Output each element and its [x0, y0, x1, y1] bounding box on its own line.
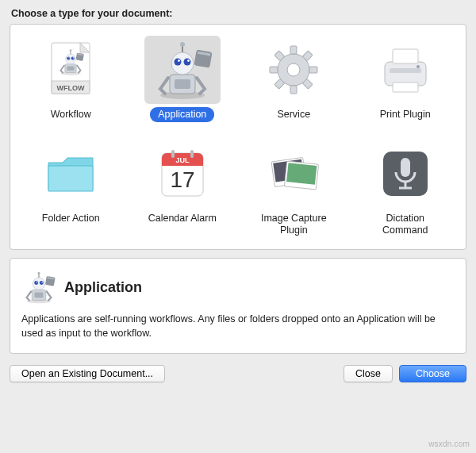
description-panel: Application Applications are self-runnin…: [10, 258, 466, 354]
image-capture-plugin-icon: [255, 140, 332, 208]
type-label: Service: [269, 107, 318, 122]
description-title: Application: [64, 279, 142, 296]
type-label: Dictation Command: [358, 211, 453, 238]
application-icon: [21, 270, 56, 305]
type-print-plugin[interactable]: Print Plugin: [351, 33, 460, 122]
type-label: Folder Action: [34, 211, 108, 226]
type-grid-panel: Workflow Application Service Print Plugi…: [10, 24, 466, 250]
type-label: Calendar Alarm: [140, 211, 225, 226]
type-service[interactable]: Service: [240, 33, 348, 122]
choose-button[interactable]: Choose: [399, 365, 466, 382]
type-image-capture-plugin[interactable]: Image Capture Plugin: [240, 136, 348, 238]
type-workflow[interactable]: Workflow: [17, 33, 125, 122]
folder-action-icon: [33, 140, 109, 208]
calendar-alarm-icon: [144, 140, 221, 208]
print-plugin-icon: [367, 36, 443, 104]
dialog-footer: Open an Existing Document... Close Choos…: [10, 365, 466, 382]
dialog-heading: Choose a type for your document:: [11, 8, 466, 19]
type-label: Workflow: [43, 107, 99, 122]
type-label: Image Capture Plugin: [246, 211, 341, 238]
type-label: Print Plugin: [372, 107, 439, 122]
open-existing-button[interactable]: Open an Existing Document...: [10, 365, 165, 382]
type-dictation-command[interactable]: Dictation Command: [351, 136, 460, 238]
close-button[interactable]: Close: [344, 365, 393, 382]
dictation-command-icon: [367, 140, 443, 208]
application-icon: [144, 36, 221, 104]
type-folder-action[interactable]: Folder Action: [17, 136, 125, 238]
description-body: Applications are self-running workflows.…: [21, 313, 453, 340]
service-icon: [255, 36, 332, 104]
type-application[interactable]: Application: [129, 33, 237, 122]
type-label: Application: [150, 107, 214, 122]
description-header: Application: [21, 270, 453, 305]
workflow-icon: [33, 36, 109, 104]
watermark: wsxdn.com: [428, 440, 470, 448]
type-grid: Workflow Application Service Print Plugi…: [17, 33, 459, 238]
type-calendar-alarm[interactable]: Calendar Alarm: [129, 136, 237, 238]
